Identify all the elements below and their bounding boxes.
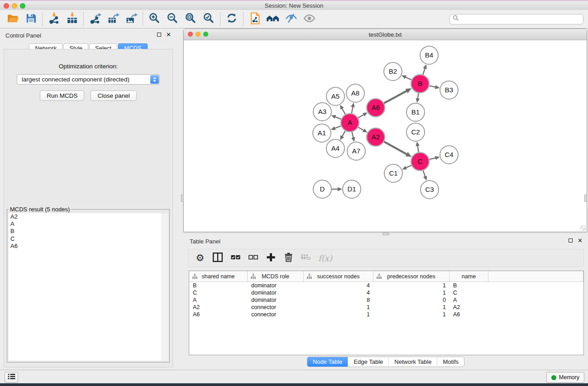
mcds-result-scrollbar[interactable]: [162, 213, 168, 361]
zoom-selected-button[interactable]: [200, 11, 218, 27]
edge-A-A8[interactable]: [351, 107, 353, 114]
home-layout-button[interactable]: [264, 11, 282, 27]
show-panels-button[interactable]: [300, 11, 318, 27]
network-node-A7[interactable]: A7: [347, 142, 365, 160]
network-zoom-traffic-light[interactable]: [203, 32, 208, 37]
float-table-panel-icon[interactable]: [569, 238, 573, 243]
show-columns-button[interactable]: [212, 253, 223, 264]
close-panel-button[interactable]: Close panel: [91, 91, 136, 101]
tab-motifs[interactable]: Motifs: [437, 357, 464, 367]
hide-panels-button[interactable]: [282, 11, 300, 27]
network-node-A8[interactable]: A8: [346, 84, 364, 102]
network-node-C2[interactable]: C2: [406, 123, 425, 141]
table-cell[interactable]: 8: [304, 297, 373, 303]
table-cell[interactable]: A: [449, 297, 488, 303]
table-cell[interactable]: B: [189, 282, 248, 289]
edge-A-A1[interactable]: [335, 126, 342, 129]
edge-A-A4[interactable]: [342, 130, 346, 137]
table-row[interactable]: Bdominator41B: [189, 282, 583, 289]
tab-node-table[interactable]: Node Table: [307, 357, 349, 367]
import-table-button[interactable]: [63, 11, 81, 27]
run-mcds-button[interactable]: Run MCDS: [40, 91, 84, 101]
column-header-predecessor-nodes[interactable]: predecessor nodes: [373, 271, 449, 281]
export-image-button[interactable]: [122, 11, 140, 27]
table-cell[interactable]: dominator: [248, 282, 304, 289]
table-row[interactable]: Adominator80A: [189, 296, 583, 304]
table-cell[interactable]: connector: [248, 311, 304, 318]
edge-C-C3[interactable]: [423, 170, 425, 176]
table-cell[interactable]: dominator: [248, 290, 304, 296]
window-resize-grip[interactable]: [580, 225, 586, 231]
close-table-panel-icon[interactable]: ✕: [578, 238, 583, 243]
table-cell[interactable]: 1: [304, 311, 373, 318]
table-settings-button[interactable]: ⚙: [195, 253, 206, 262]
import-network-button[interactable]: [45, 11, 63, 27]
search-field[interactable]: [449, 14, 583, 24]
table-cell[interactable]: A2: [189, 304, 248, 310]
zoom-in-button[interactable]: [145, 11, 163, 27]
column-header-name[interactable]: name: [449, 271, 488, 281]
edge-B-B2[interactable]: [406, 77, 412, 81]
edge-C-C4[interactable]: [428, 158, 435, 160]
edge-B-B3[interactable]: [429, 86, 436, 87]
network-node-D[interactable]: D: [313, 180, 331, 198]
table-cell[interactable]: 4: [304, 282, 373, 289]
table-row[interactable]: A2connector11A2: [189, 304, 583, 311]
mcds-result-item[interactable]: A2: [9, 213, 168, 220]
edge-A-A3[interactable]: [335, 117, 342, 119]
table-cell[interactable]: 4: [304, 290, 373, 296]
table-cell[interactable]: 1: [373, 282, 449, 289]
table-row[interactable]: A6connector11A6: [189, 311, 583, 318]
column-header-shared-name[interactable]: shared name: [189, 271, 248, 281]
deselect-all-button[interactable]: [248, 253, 258, 263]
open-session-button[interactable]: [4, 11, 22, 27]
table-row[interactable]: Cdominator41C: [189, 289, 583, 296]
network-node-C[interactable]: C: [411, 152, 429, 171]
mcds-result-item[interactable]: A: [9, 220, 168, 228]
table-cell[interactable]: dominator: [248, 297, 304, 303]
network-node-A1[interactable]: A1: [313, 124, 331, 142]
table-cell[interactable]: 1: [373, 311, 449, 318]
edge-A-A2[interactable]: [358, 127, 364, 130]
table-cell[interactable]: 0: [373, 297, 449, 303]
network-node-C3[interactable]: C3: [421, 181, 439, 199]
edge-A-A7[interactable]: [352, 131, 353, 138]
tab-edge-table[interactable]: Edge Table: [348, 357, 389, 367]
network-node-B[interactable]: B: [411, 75, 429, 93]
network-node-A[interactable]: A: [341, 114, 359, 132]
edge-C-C2[interactable]: [418, 146, 419, 153]
clone-network-button[interactable]: [246, 11, 264, 27]
network-node-B2[interactable]: B2: [384, 62, 402, 81]
right-splitter-handle[interactable]: [584, 195, 587, 202]
network-node-C4[interactable]: C4: [440, 146, 458, 164]
network-node-D1[interactable]: D1: [343, 180, 361, 198]
mcds-result-item[interactable]: A6: [9, 243, 168, 250]
zoom-out-button[interactable]: [163, 11, 182, 27]
edge-B-B4[interactable]: [423, 68, 425, 76]
network-node-A3[interactable]: A3: [313, 103, 331, 121]
criterion-dropdown[interactable]: largest connected component (directed): [17, 74, 160, 85]
network-window-titlebar[interactable]: testGlobe.txt: [184, 29, 587, 40]
export-table-button[interactable]: [104, 11, 122, 27]
table-cell[interactable]: 1: [373, 304, 449, 310]
column-header-MCDS-role[interactable]: MCDS role: [248, 271, 304, 281]
table-cell[interactable]: C: [189, 290, 248, 296]
column-header-successor-nodes[interactable]: successor nodes: [304, 271, 373, 281]
task-history-button[interactable]: [5, 372, 18, 383]
memory-button[interactable]: Memory: [546, 372, 584, 383]
delete-table-button[interactable]: [301, 253, 311, 263]
network-graph[interactable]: AA1A2A3A4A5A6A7A8BB1B2B3B4CC1C2C3C4DD1: [184, 40, 587, 232]
edge-A-A6[interactable]: [357, 114, 363, 118]
refresh-button[interactable]: [223, 11, 241, 27]
table-cell[interactable]: A6: [189, 311, 248, 318]
left-splitter-handle[interactable]: [181, 195, 184, 202]
network-minimize-traffic-light[interactable]: [196, 32, 201, 37]
mcds-result-item[interactable]: B: [9, 228, 168, 235]
select-all-button[interactable]: [230, 253, 241, 263]
network-node-C1[interactable]: C1: [384, 164, 402, 182]
network-node-A4[interactable]: A4: [326, 139, 344, 157]
delete-column-button[interactable]: [283, 253, 294, 264]
zoom-fit-button[interactable]: [182, 11, 200, 27]
edge-A2-C[interactable]: [383, 141, 407, 154]
export-network-button[interactable]: [86, 11, 104, 27]
